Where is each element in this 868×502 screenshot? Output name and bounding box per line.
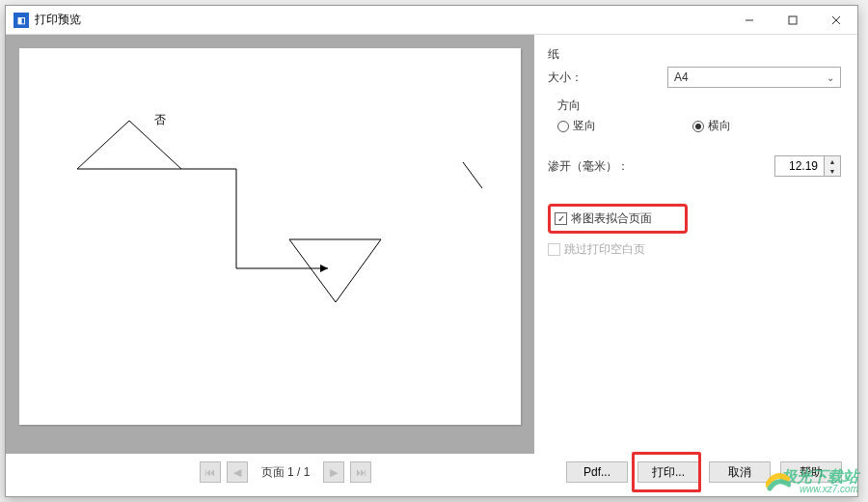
cancel-button[interactable]: 取消 (709, 461, 771, 483)
orientation-landscape-label: 横向 (708, 118, 731, 134)
orientation-portrait[interactable]: 竖向 (557, 118, 596, 134)
fit-to-page-label: 将图表拟合页面 (571, 210, 652, 227)
titlebar: ◧ 打印预览 (6, 6, 857, 35)
skip-blank-pages-option[interactable]: 跳过打印空白页 (548, 241, 841, 258)
svg-rect-1 (789, 16, 797, 24)
page-nav-bar: ⏮ ◀ 页面 1 / 1 ▶ ⏭ (25, 461, 546, 483)
nav-prev-button[interactable]: ◀ (227, 461, 248, 483)
spinner-up-icon[interactable]: ▲ (825, 156, 840, 166)
svg-line-5 (289, 237, 328, 268)
svg-marker-7 (289, 239, 381, 302)
checkbox-icon (555, 212, 567, 225)
orientation-landscape[interactable]: 横向 (692, 118, 731, 134)
bleed-row: 渗开（毫米）： ▲ ▼ (548, 155, 841, 177)
bleed-label: 渗开（毫米）： (548, 158, 629, 175)
triangle-label: 否 (154, 113, 166, 126)
minimize-button[interactable] (727, 6, 771, 35)
print-button[interactable]: 打印... (637, 461, 699, 483)
radio-icon (692, 121, 704, 132)
paper-size-label: 大小： (548, 70, 583, 86)
maximize-button[interactable] (771, 6, 814, 35)
paper-size-select[interactable]: A4 ⌄ (667, 67, 841, 88)
skip-blank-pages-label: 跳过打印空白页 (564, 241, 645, 258)
page-indicator: 页面 1 / 1 (261, 464, 311, 481)
settings-panel: 纸 大小： A4 ⌄ 方向 竖向 横向 (534, 35, 856, 454)
button-bar: Pdf... 打印... 取消 帮助 (566, 461, 842, 483)
spinner-down-icon[interactable]: ▼ (825, 166, 840, 176)
preview-page: 否 (19, 48, 521, 425)
close-button[interactable] (814, 6, 857, 35)
orientation-group: 方向 竖向 横向 (548, 98, 841, 134)
svg-marker-6 (320, 265, 328, 272)
fit-to-page-option[interactable]: 将图表拟合页面 (548, 204, 688, 234)
radio-icon (557, 121, 569, 132)
window-title: 打印预览 (35, 12, 81, 28)
orientation-options: 竖向 横向 (557, 118, 841, 134)
checkbox-icon (548, 243, 560, 256)
svg-marker-4 (77, 121, 181, 169)
help-button[interactable]: 帮助 (780, 461, 842, 483)
bleed-spinner[interactable]: ▲ ▼ (774, 155, 841, 177)
diagram-canvas: 否 (19, 48, 521, 425)
svg-line-8 (463, 162, 482, 188)
nav-first-button[interactable]: ⏮ (200, 461, 221, 483)
print-preview-window: ◧ 打印预览 否 (5, 5, 858, 497)
spinner-buttons: ▲ ▼ (824, 156, 840, 176)
nav-last-button[interactable]: ⏭ (350, 461, 371, 483)
preview-area: 否 (6, 35, 534, 454)
app-icon: ◧ (14, 13, 29, 28)
window-controls (727, 6, 857, 35)
content-area: 否 纸 大小： A4 (6, 35, 857, 454)
pdf-button[interactable]: Pdf... (566, 461, 628, 483)
orientation-label: 方向 (557, 98, 841, 114)
nav-next-button[interactable]: ▶ (323, 461, 344, 483)
bleed-input[interactable] (775, 156, 824, 176)
chevron-down-icon: ⌄ (827, 72, 834, 83)
titlebar-left: ◧ 打印预览 (6, 12, 81, 28)
paper-size-row: 大小： A4 ⌄ (548, 67, 841, 88)
paper-size-value: A4 (674, 70, 689, 84)
orientation-portrait-label: 竖向 (573, 118, 596, 134)
paper-section-label: 纸 (548, 46, 841, 63)
